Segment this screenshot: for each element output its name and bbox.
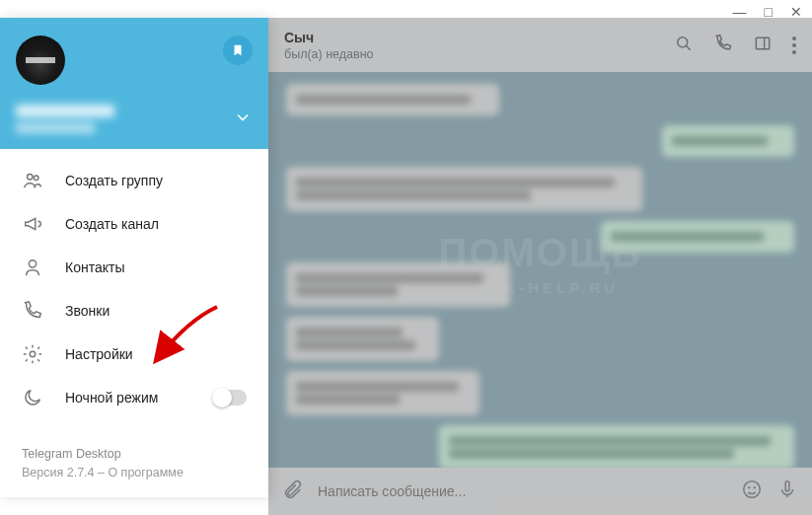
menu-label: Ночной режим: [65, 390, 158, 405]
drawer-menu: Создать группу Создать канал Контакты Зв…: [0, 149, 268, 429]
user-name-block: [16, 105, 114, 133]
user-avatar[interactable]: [16, 36, 65, 85]
menu-item-calls[interactable]: Звонки: [0, 289, 268, 332]
moon-icon: [22, 387, 43, 408]
menu-label: Звонки: [65, 303, 110, 319]
chat-title: Сыч: [284, 30, 662, 45]
night-mode-toggle[interactable]: [213, 390, 247, 405]
message-out[interactable]: [439, 425, 795, 468]
mic-icon: [776, 478, 798, 500]
window-controls: — □ ✕: [729, 2, 806, 22]
menu-label: Контакты: [65, 259, 124, 275]
message-input[interactable]: [318, 483, 727, 499]
chevron-down-icon: [233, 108, 253, 127]
svg-rect-6: [756, 37, 769, 49]
call-button[interactable]: [713, 34, 733, 57]
svg-point-3: [30, 351, 36, 357]
chat-subtitle: был(а) недавно: [284, 47, 662, 61]
paperclip-icon: [282, 478, 304, 500]
message-input-bar: [268, 468, 812, 515]
svg-point-2: [29, 260, 36, 267]
menu-item-night-mode[interactable]: Ночной режим: [0, 376, 268, 419]
menu-label: Создать канал: [65, 216, 159, 232]
menu-label: Настройки: [65, 346, 133, 362]
svg-point-8: [744, 481, 761, 498]
search-button[interactable]: [674, 34, 694, 57]
main-menu-drawer: Создать группу Создать канал Контакты Зв…: [0, 18, 268, 497]
message-in[interactable]: [286, 84, 499, 115]
window-maximize-button[interactable]: □: [761, 2, 776, 22]
more-button[interactable]: [792, 37, 796, 54]
svg-rect-11: [785, 481, 789, 491]
svg-point-1: [34, 176, 38, 181]
voice-button[interactable]: [776, 478, 798, 504]
account-expand-button[interactable]: [233, 108, 253, 131]
message-out[interactable]: [601, 221, 794, 253]
group-icon: [22, 170, 43, 191]
smile-icon: [741, 478, 763, 500]
chat-header[interactable]: Сыч был(а) недавно: [268, 18, 812, 72]
app-name-label: Telegram Desktop: [22, 445, 247, 464]
svg-line-5: [687, 45, 691, 49]
megaphone-icon: [22, 213, 43, 235]
contact-icon: [22, 257, 43, 278]
svg-point-4: [678, 37, 688, 46]
menu-label: Создать группу: [65, 173, 163, 188]
drawer-footer: Telegram Desktop Версия 2.7.4 – О програ…: [0, 429, 268, 498]
message-in[interactable]: [286, 317, 439, 361]
panel-icon: [753, 34, 773, 53]
saved-messages-button[interactable]: [223, 36, 253, 65]
svg-point-9: [749, 487, 750, 488]
message-in[interactable]: [286, 262, 510, 307]
message-in[interactable]: [286, 371, 480, 415]
message-out[interactable]: [662, 125, 794, 157]
menu-item-new-channel[interactable]: Создать канал: [0, 202, 268, 246]
emoji-button[interactable]: [741, 478, 763, 504]
phone-icon: [713, 34, 733, 53]
svg-point-10: [754, 487, 755, 488]
phone-icon: [22, 300, 43, 322]
chat-area: Сыч был(а) недавно ПОМОЩЬ GEEK-HELP.RU: [268, 18, 812, 515]
version-label[interactable]: Версия 2.7.4 – О программе: [22, 464, 247, 482]
messages-list[interactable]: ПОМОЩЬ GEEK-HELP.RU: [268, 72, 812, 468]
drawer-header: [0, 18, 268, 149]
attach-button[interactable]: [282, 478, 304, 504]
svg-point-0: [28, 175, 34, 181]
sidepanel-button[interactable]: [753, 34, 773, 57]
menu-item-contacts[interactable]: Контакты: [0, 246, 268, 289]
window-minimize-button[interactable]: —: [729, 2, 751, 22]
bookmark-icon: [231, 43, 245, 57]
menu-item-settings[interactable]: Настройки: [0, 332, 268, 376]
window-close-button[interactable]: ✕: [786, 2, 806, 22]
gear-icon: [22, 343, 43, 365]
search-icon: [674, 34, 694, 53]
message-in[interactable]: [286, 167, 642, 211]
menu-item-new-group[interactable]: Создать группу: [0, 159, 268, 202]
